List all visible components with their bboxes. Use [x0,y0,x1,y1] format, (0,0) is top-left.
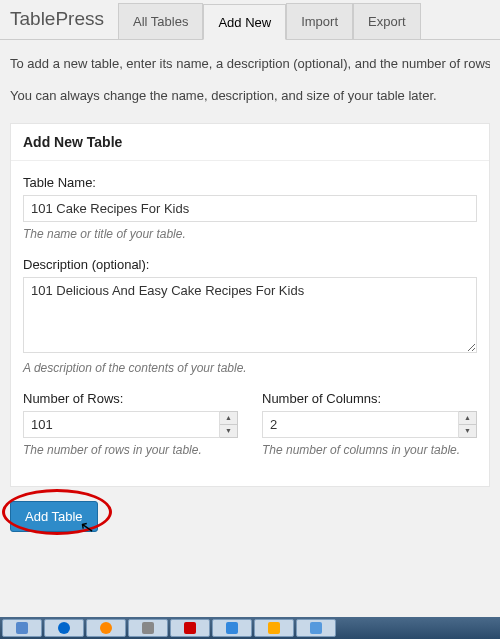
taskbar-item[interactable] [296,619,336,637]
help-cols: The number of columns in your table. [262,442,477,459]
intro-text: To add a new table, enter its name, a de… [0,40,500,123]
spinner-up-icon[interactable]: ▲ [459,412,476,425]
input-description[interactable] [23,277,477,353]
taskbar-item[interactable] [254,619,294,637]
app-icon [100,622,112,634]
spinner-rows[interactable]: ▲ ▼ [220,411,238,438]
help-rows: The number of rows in your table. [23,442,238,459]
add-table-panel: Add New Table Table Name: The name or ti… [10,123,490,487]
spinner-down-icon[interactable]: ▼ [459,425,476,437]
spinner-cols[interactable]: ▲ ▼ [459,411,477,438]
help-description: A description of the contents of your ta… [23,360,477,377]
label-table-name: Table Name: [23,175,477,190]
app-icon [226,622,238,634]
input-table-name[interactable] [23,195,477,222]
taskbar-item[interactable] [44,619,84,637]
spinner-down-icon[interactable]: ▼ [220,425,237,437]
app-icon [142,622,154,634]
app-icon [16,622,28,634]
tab-add-new[interactable]: Add New [203,4,286,40]
input-rows[interactable] [23,411,220,438]
label-description: Description (optional): [23,257,477,272]
intro-line1: To add a new table, enter its name, a de… [10,54,490,74]
help-table-name: The name or title of your table. [23,226,477,243]
app-icon [268,622,280,634]
taskbar-item[interactable] [212,619,252,637]
field-cols: Number of Columns: ▲ ▼ The number of col… [262,391,477,459]
input-cols[interactable] [262,411,459,438]
taskbar-item[interactable] [2,619,42,637]
tab-all-tables[interactable]: All Tables [118,3,203,39]
header-tabs: TablePress All Tables Add New Import Exp… [0,0,500,40]
add-table-button[interactable]: Add Table [10,501,98,532]
field-rows: Number of Rows: ▲ ▼ The number of rows i… [23,391,238,459]
panel-title: Add New Table [11,124,489,161]
taskbar-item[interactable] [128,619,168,637]
spinner-up-icon[interactable]: ▲ [220,412,237,425]
app-icon [184,622,196,634]
brand-title: TablePress [0,0,118,39]
tab-import[interactable]: Import [286,3,353,39]
taskbar [0,617,500,639]
app-icon [310,622,322,634]
app-icon [58,622,70,634]
submit-area: Add Table ↖ [0,487,500,546]
label-rows: Number of Rows: [23,391,238,406]
field-description: Description (optional): A description of… [23,257,477,377]
field-table-name: Table Name: The name or title of your ta… [23,175,477,243]
label-cols: Number of Columns: [262,391,477,406]
taskbar-item[interactable] [86,619,126,637]
taskbar-item[interactable] [170,619,210,637]
tab-export[interactable]: Export [353,3,421,39]
intro-line2: You can always change the name, descript… [10,86,490,106]
